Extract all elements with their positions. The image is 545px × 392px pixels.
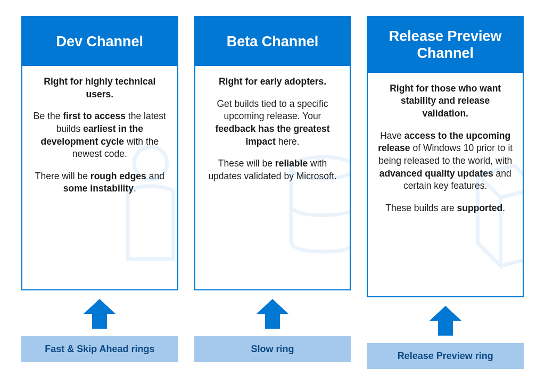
arrow-up-icon [84, 299, 115, 329]
channel-tagline: Right for those who want stability and r… [377, 82, 513, 120]
channel-column-release-preview: Release Preview Channel Right for those … [367, 16, 524, 376]
ring-label: Release Preview ring [367, 343, 524, 369]
channel-body: Right for those who want stability and r… [368, 73, 523, 296]
arrow-up-icon [430, 306, 461, 336]
channel-para-1: Have access to the upcoming release of W… [377, 130, 513, 193]
channel-title: Release Preview Channel [368, 17, 523, 73]
channel-tagline: Right for early adopters. [205, 76, 341, 88]
channel-card: Dev Channel Right for highly technical u… [21, 16, 178, 290]
channel-card: Release Preview Channel Right for those … [367, 16, 524, 297]
channel-body: Right for early adopters. Get builds tie… [195, 66, 350, 289]
channel-para-2: These will be reliable with updates vali… [205, 157, 341, 182]
ring-label: Fast & Skip Ahead rings [21, 336, 178, 362]
channel-card: Beta Channel Right for early adopters. G… [194, 16, 351, 290]
channel-title: Dev Channel [22, 17, 177, 66]
channel-para-1: Get builds tied to a specific upcoming r… [205, 98, 341, 148]
arrow-up-icon [257, 299, 288, 329]
channel-para-2: These builds are supported. [377, 202, 513, 215]
channel-para-2: There will be rough edges and some insta… [32, 170, 168, 195]
ring-label: Slow ring [194, 336, 351, 362]
channel-title: Beta Channel [195, 17, 350, 66]
channel-tagline: Right for highly technical users. [32, 76, 168, 101]
channel-body: Right for highly technical users. Be the… [22, 66, 177, 289]
channel-column-dev: Dev Channel Right for highly technical u… [21, 16, 178, 376]
channel-column-beta: Beta Channel Right for early adopters. G… [194, 16, 351, 376]
channel-para-1: Be the first to access the latest builds… [32, 110, 168, 161]
